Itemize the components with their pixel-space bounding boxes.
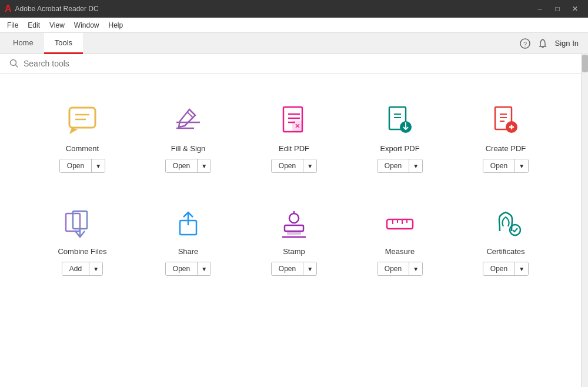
tab-actions: ? Sign In [520,33,586,54]
help-button[interactable]: ? [520,38,530,49]
main-content: Comment Open ▼ Fill & Sign [0,74,588,387]
tab-bar: Home Tools ? Sign In [0,33,588,54]
svg-point-33 [289,213,299,223]
tool-card-share: Share Open ▼ [135,194,241,285]
search-input[interactable] [24,59,200,68]
stamp-open-btn[interactable]: Open [272,262,303,275]
measure-btn-group[interactable]: Open ▼ [377,262,423,276]
create-pdf-open-btn[interactable]: Open [483,159,514,172]
menu-bar: File Edit View Window Help [0,18,588,33]
comment-btn-group[interactable]: Open ▼ [59,159,105,173]
tool-card-create-pdf: Create PDF Open ▼ [453,91,559,182]
menu-file[interactable]: File [2,19,23,31]
stamp-open-arrow[interactable]: ▼ [303,262,316,275]
menu-help[interactable]: Help [104,19,128,31]
app-title: Adobe Acrobat Reader DC [15,5,532,13]
combine-files-icon [62,206,103,241]
export-pdf-open-arrow[interactable]: ▼ [409,159,422,172]
svg-rect-36 [287,231,301,235]
measure-icon [379,206,420,241]
create-pdf-icon [485,103,526,138]
share-btn-group[interactable]: Open ▼ [165,262,211,276]
stamp-btn-group[interactable]: Open ▼ [271,262,317,276]
tab-home[interactable]: Home [2,33,44,54]
edit-pdf-name: Edit PDF [279,144,309,153]
svg-line-3 [16,65,18,68]
comment-open-arrow[interactable]: ▼ [91,159,105,172]
certificates-icon [485,206,526,241]
search-bar [0,54,588,74]
combine-files-name: Combine Files [58,247,106,256]
export-pdf-btn-group[interactable]: Open ▼ [377,159,423,173]
fill-sign-btn-group[interactable]: Open ▼ [165,159,211,173]
edit-pdf-open-arrow[interactable]: ▼ [303,159,316,172]
certificates-open-arrow[interactable]: ▼ [514,262,528,275]
share-name: Share [178,247,199,256]
combine-files-add-arrow[interactable]: ▼ [89,262,102,275]
tool-card-export-pdf: Export PDF Open ▼ [347,91,453,182]
edit-pdf-btn-group[interactable]: Open ▼ [271,159,317,173]
measure-open-btn[interactable]: Open [377,262,409,275]
fill-sign-icon [168,103,209,138]
menu-window[interactable]: Window [69,19,104,31]
share-open-arrow[interactable]: ▼ [197,262,211,275]
menu-view[interactable]: View [45,19,69,31]
create-pdf-name: Create PDF [486,144,526,153]
stamp-icon [273,206,315,241]
maximize-button[interactable]: □ [549,2,566,15]
tool-card-measure: Measure Open ▼ [347,194,453,285]
export-pdf-open-btn[interactable]: Open [377,159,409,172]
svg-text:?: ? [523,40,526,47]
combine-files-add-btn[interactable]: Add [62,262,89,275]
menu-edit[interactable]: Edit [23,19,45,31]
sign-in-button[interactable]: Sign In [555,39,579,48]
search-icon [9,59,19,68]
measure-name: Measure [385,247,415,256]
svg-rect-4 [69,108,95,128]
svg-rect-35 [285,225,303,231]
comment-icon [62,103,103,138]
tool-card-certificates: Certificates Open ▼ [453,194,559,285]
tools-row-1: Comment Open ▼ Fill & Sign [29,91,559,182]
scrollbar[interactable] [581,54,588,387]
close-button[interactable]: ✕ [567,2,583,15]
window-controls[interactable]: – □ ✕ [532,2,583,15]
edit-pdf-icon [273,103,315,138]
app-icon: A [5,4,12,14]
export-pdf-name: Export PDF [380,144,419,153]
edit-pdf-open-btn[interactable]: Open [272,159,303,172]
create-pdf-open-arrow[interactable]: ▼ [514,159,528,172]
certificates-name: Certificates [486,247,524,256]
fill-sign-open-arrow[interactable]: ▼ [197,159,211,172]
scrollbar-thumb[interactable] [582,55,588,72]
share-open-btn[interactable]: Open [166,262,197,275]
measure-open-arrow[interactable]: ▼ [409,262,422,275]
fill-sign-open-btn[interactable]: Open [166,159,197,172]
tools-grid: Comment Open ▼ Fill & Sign [29,91,559,285]
tool-card-stamp: Stamp Open ▼ [241,194,347,285]
share-icon [168,206,209,241]
stamp-name: Stamp [283,247,305,256]
comment-open-btn[interactable]: Open [60,159,91,172]
notifications-button[interactable] [537,38,548,49]
combine-files-btn-group[interactable]: Add ▼ [62,262,103,276]
create-pdf-btn-group[interactable]: Open ▼ [483,159,529,173]
svg-rect-38 [387,219,413,229]
tab-tools[interactable]: Tools [44,33,83,54]
certificates-open-btn[interactable]: Open [483,262,514,275]
title-bar: A Adobe Acrobat Reader DC – □ ✕ [0,0,588,18]
export-pdf-icon [379,103,420,138]
fill-sign-name: Fill & Sign [171,144,206,153]
certificates-btn-group[interactable]: Open ▼ [483,262,529,276]
tool-card-edit-pdf: Edit PDF Open ▼ [241,91,347,182]
comment-name: Comment [66,144,99,153]
svg-point-2 [11,60,16,66]
tools-row-2: Combine Files Add ▼ Share Open [29,194,559,285]
minimize-button[interactable]: – [532,2,548,15]
tool-card-comment: Comment Open ▼ [29,91,135,182]
tool-card-combine-files: Combine Files Add ▼ [29,194,135,285]
tool-card-fill-sign: Fill & Sign Open ▼ [135,91,241,182]
